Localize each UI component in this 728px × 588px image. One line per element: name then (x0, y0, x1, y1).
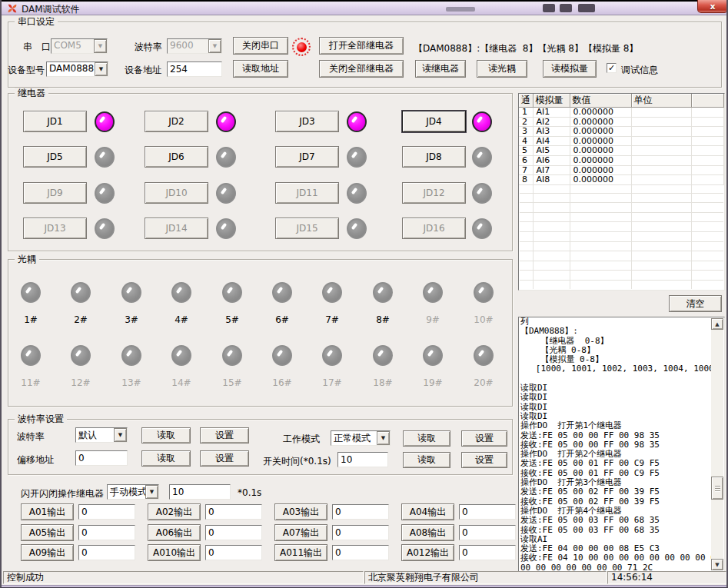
analog-output-button-a03[interactable]: A03输出 (274, 503, 327, 520)
workmode-set-button[interactable]: 设置 (461, 430, 507, 447)
col-header-channel[interactable]: 通 (519, 94, 533, 108)
relay-button-jd3[interactable]: JD3 (275, 111, 339, 132)
analog-table-row[interactable]: 3AI30.000000 (519, 127, 724, 137)
offset-set-button[interactable]: 设置 (200, 450, 249, 467)
opto-label-12: 12# (68, 377, 94, 388)
analog-output-field-a08[interactable] (459, 525, 516, 540)
analog-table-row[interactable]: 2AI20.000000 (519, 117, 724, 127)
analog-output-field-a010[interactable] (205, 545, 262, 560)
baud-setting-select[interactable]: 默认 ▼ (75, 427, 128, 443)
offset-address-field[interactable] (75, 450, 128, 466)
log-scrollbar[interactable]: ▲ ▼ (711, 318, 723, 570)
thumb-grip-icon (715, 486, 720, 492)
close-serial-button[interactable]: 关闭串口 (233, 37, 288, 55)
analog-output-button-a05[interactable]: A05输出 (21, 524, 74, 541)
titlebar[interactable]: DAM调试软件 (2, 2, 726, 15)
flash-time-unit-label: *0.1s (238, 487, 261, 498)
relay-button-jd13[interactable]: JD13 (23, 218, 87, 239)
device-model-value: DAM0888 (47, 62, 95, 76)
work-mode-select[interactable]: 正常模式 ▼ (331, 430, 391, 446)
analog-output-field-a06[interactable] (205, 525, 262, 540)
col-header-extra[interactable] (691, 94, 724, 108)
read-address-button[interactable]: 读取地址 (233, 60, 288, 78)
analog-output-field-a012[interactable] (459, 545, 516, 560)
analog-output-button-a011[interactable]: A011输出 (274, 544, 327, 561)
analog-output-button-a09[interactable]: A09输出 (21, 544, 74, 561)
com-port-select[interactable]: COM5 ▼ (51, 38, 108, 54)
analog-output-field-a03[interactable] (332, 504, 389, 520)
device-address-field[interactable] (167, 61, 222, 77)
opto-lamp-2 (71, 282, 91, 303)
scroll-down-button[interactable]: ▼ (711, 559, 723, 570)
opto-label-15: 15# (219, 377, 245, 388)
offset-read-button[interactable]: 读取 (141, 450, 191, 467)
relay-button-jd15[interactable]: JD15 (275, 218, 339, 239)
analog-output-button-a04[interactable]: A04输出 (401, 503, 454, 520)
baud-read-button[interactable]: 读取 (141, 427, 191, 443)
relay-button-jd6[interactable]: JD6 (145, 146, 208, 168)
opto-label-4: 4# (168, 314, 194, 325)
debug-info-label: 调试信息 (621, 64, 658, 77)
relay-button-jd16[interactable]: JD16 (402, 218, 466, 239)
opto-lamp-12 (71, 345, 91, 366)
baud-rate-select[interactable]: 9600 ▼ (167, 38, 222, 54)
debug-info-checkbox[interactable]: ✓ (607, 63, 617, 73)
col-header-value[interactable]: 数值 (570, 94, 631, 108)
relay-button-jd11[interactable]: JD11 (275, 182, 339, 204)
baud-set-button[interactable]: 设置 (200, 427, 249, 443)
analog-output-field-a02[interactable] (205, 504, 262, 520)
analog-output-field-a011[interactable] (332, 545, 389, 560)
analog-output-field-a09[interactable] (78, 545, 135, 560)
flash-time-field[interactable] (169, 484, 231, 500)
relay-button-jd1[interactable]: JD1 (23, 111, 87, 132)
analog-output-button-a012[interactable]: A012输出 (401, 544, 454, 561)
switchtime-read-button[interactable]: 读取 (403, 452, 450, 468)
switchtime-set-button[interactable]: 设置 (461, 452, 507, 468)
analog-output-button-a01[interactable]: A01输出 (21, 503, 74, 520)
col-header-analog[interactable]: 模拟量 (533, 94, 570, 108)
opto-label-6: 6# (269, 314, 295, 325)
baud-setting-label: 波特率 (17, 430, 45, 443)
analog-table-row[interactable]: 1AI10.000000 (519, 108, 724, 118)
relay-button-jd4[interactable]: JD4 (402, 111, 466, 132)
workmode-read-button[interactable]: 读取 (403, 430, 450, 447)
analog-output-button-a06[interactable]: A06输出 (148, 524, 201, 541)
clear-log-button[interactable]: 清空 (669, 295, 722, 312)
close-button[interactable]: x (697, 0, 728, 13)
scroll-up-button[interactable]: ▲ (711, 318, 723, 330)
analog-table-row[interactable]: 6AI60.000000 (519, 155, 724, 165)
relay-button-jd8[interactable]: JD8 (402, 146, 466, 168)
flash-mode-select[interactable]: 手动模式 ▼ (107, 484, 159, 500)
analog-table-row[interactable]: 7AI70.000000 (519, 165, 724, 175)
col-header-unit[interactable]: 单位 (631, 94, 691, 108)
relay-button-jd7[interactable]: JD7 (275, 146, 339, 168)
com-port-label: 串 口 (23, 41, 51, 54)
scrollbar-thumb[interactable] (711, 477, 723, 500)
open-all-relays-button[interactable]: 打开全部继电器 (319, 37, 404, 55)
analog-output-button-a07[interactable]: A07输出 (274, 524, 327, 541)
analog-output-field-a04[interactable] (459, 504, 516, 520)
relay-button-jd10[interactable]: JD10 (145, 182, 208, 204)
analog-output-button-a010[interactable]: A010输出 (148, 544, 201, 561)
chevron-down-icon: ▼ (145, 485, 158, 499)
relay-button-jd14[interactable]: JD14 (145, 218, 208, 239)
read-analog-button[interactable]: 读模拟量 (543, 60, 597, 78)
analog-output-button-a08[interactable]: A08输出 (401, 524, 454, 541)
device-model-select[interactable]: DAM0888 ▼ (46, 61, 108, 77)
relay-button-jd12[interactable]: JD12 (402, 182, 466, 204)
analog-output-field-a07[interactable] (332, 525, 389, 540)
analog-output-field-a05[interactable] (78, 525, 135, 540)
read-relay-button[interactable]: 读继电器 (415, 60, 466, 78)
read-opto-button[interactable]: 读光耦 (477, 60, 527, 78)
analog-output-field-a01[interactable] (78, 504, 135, 520)
analog-output-button-a02[interactable]: A02输出 (148, 503, 201, 520)
relay-button-jd9[interactable]: JD9 (23, 182, 87, 204)
analog-table-row[interactable]: 4AI40.000000 (519, 136, 724, 146)
close-all-relays-button[interactable]: 关闭全部继电器 (319, 60, 404, 78)
debug-log[interactable]: 列 【DAM0888】: 【继电器 0-8】 【光耦 0-8】 【模拟量 0-8… (518, 317, 725, 572)
analog-table-row[interactable]: 5AI50.000000 (519, 146, 724, 156)
switch-time-field[interactable] (337, 452, 388, 467)
relay-button-jd5[interactable]: JD5 (23, 146, 87, 168)
relay-lamp-jd9 (95, 183, 115, 204)
relay-button-jd2[interactable]: JD2 (145, 111, 208, 132)
